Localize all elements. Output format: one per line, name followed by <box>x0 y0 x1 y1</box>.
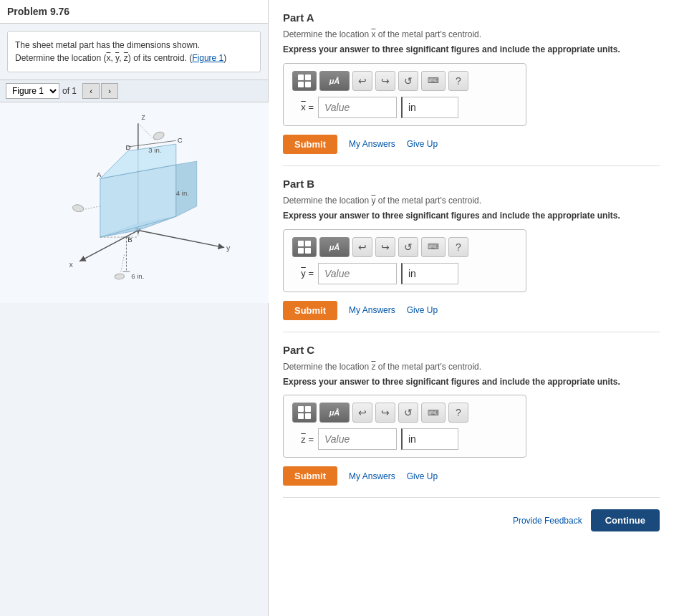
part-a-value-input[interactable] <box>318 97 397 118</box>
part-c-instruction: Express your answer to three significant… <box>283 376 660 388</box>
figure-of-label: of 1 <box>62 86 77 96</box>
part-c-submit-row: Submit My Answers Give Up <box>283 466 660 486</box>
part-c-subtitle: Determine the location z of the metal pa… <box>283 362 660 372</box>
svg-text:x: x <box>69 260 73 269</box>
help-button-b[interactable]: ? <box>448 237 468 257</box>
continue-button[interactable]: Continue <box>591 509 660 531</box>
part-b-my-answers-button[interactable]: My Answers <box>349 305 395 315</box>
part-a-unit-input[interactable] <box>401 97 458 118</box>
svg-text:z: z <box>141 112 145 121</box>
mu-tool-button-b[interactable]: μÅ <box>319 237 350 257</box>
part-b-answer-box: μÅ ↩ ↪ ↺ ⌨ ? y = <box>283 229 526 292</box>
svg-text:3 in.: 3 in. <box>148 146 161 154</box>
figure-dropdown[interactable]: Figure 1 <box>6 83 59 99</box>
prev-figure-button[interactable]: ‹ <box>82 83 100 99</box>
next-figure-button[interactable]: › <box>101 83 118 99</box>
part-a-var-label: x = <box>292 102 314 112</box>
part-c-section: Part C Determine the location z of the m… <box>283 332 660 499</box>
part-b-title: Part B <box>283 178 660 190</box>
grid-tool-button-b[interactable] <box>292 237 317 257</box>
part-c-answer-box: μÅ ↩ ↪ ↺ ⌨ ? z = <box>283 395 526 458</box>
redo-button-b[interactable]: ↪ <box>375 237 395 257</box>
part-a-toolbar: μÅ ↩ ↪ ↺ ⌨ ? <box>292 71 517 91</box>
part-c-my-answers-button[interactable]: My Answers <box>349 471 395 481</box>
svg-text:y: y <box>226 244 231 252</box>
part-a-answer-box: μÅ ↩ ↪ ↺ ⌨ ? x = <box>283 63 526 126</box>
part-c-var-label: z = <box>292 434 314 445</box>
part-b-subtitle: Determine the location y of the metal pa… <box>283 196 660 206</box>
mu-tool-button-a[interactable]: μÅ <box>319 71 350 91</box>
part-a-input-row: x = <box>292 97 517 118</box>
undo-button-c[interactable]: ↩ <box>352 403 372 423</box>
refresh-button-b[interactable]: ↺ <box>398 237 418 257</box>
undo-button-a[interactable]: ↩ <box>352 71 372 91</box>
part-c-toolbar: μÅ ↩ ↪ ↺ ⌨ ? <box>292 403 517 423</box>
part-a-title: Part A <box>283 11 660 24</box>
part-a-submit-button[interactable]: Submit <box>283 135 337 154</box>
part-c-unit-input[interactable] <box>401 428 458 450</box>
part-b-var-label: y = <box>292 268 314 279</box>
keyboard-button-a[interactable]: ⌨ <box>421 71 446 91</box>
refresh-button-c[interactable]: ↺ <box>398 403 418 423</box>
part-b-unit-input[interactable] <box>401 263 458 284</box>
help-button-c[interactable]: ? <box>448 403 468 423</box>
figure-selector: Figure 1 of 1 ‹ › <box>0 80 268 102</box>
svg-text:B: B <box>127 236 132 244</box>
svg-text:D: D <box>125 143 130 151</box>
part-a-my-answers-button[interactable]: My Answers <box>349 139 395 149</box>
figure-image: z x y <box>0 102 269 303</box>
desc-line2: Determine the location (x, y, z) of its … <box>15 53 226 63</box>
part-b-submit-button[interactable]: Submit <box>283 301 337 320</box>
part-c-give-up-button[interactable]: Give Up <box>407 471 438 481</box>
footer-row: Provide Feedback Continue <box>283 498 660 531</box>
mu-tool-button-c[interactable]: μÅ <box>319 403 350 423</box>
redo-button-c[interactable]: ↪ <box>375 403 395 423</box>
refresh-button-a[interactable]: ↺ <box>398 71 418 91</box>
undo-button-b[interactable]: ↩ <box>352 237 372 257</box>
figure-link[interactable]: Figure 1 <box>192 53 223 63</box>
part-b-instruction: Express your answer to three significant… <box>283 210 660 222</box>
svg-text:6 in.: 6 in. <box>131 272 144 280</box>
part-a-section: Part A Determine the location x of the m… <box>283 0 660 166</box>
part-b-submit-row: Submit My Answers Give Up <box>283 301 660 320</box>
help-button-a[interactable]: ? <box>448 71 468 91</box>
part-c-title: Part C <box>283 344 660 356</box>
provide-feedback-button[interactable]: Provide Feedback <box>513 516 582 526</box>
svg-text:C: C <box>177 136 182 144</box>
part-a-subtitle: Determine the location x of the metal pa… <box>283 29 660 39</box>
grid-tool-button-c[interactable] <box>292 403 317 423</box>
part-c-value-input[interactable] <box>318 428 397 450</box>
grid-tool-button-a[interactable] <box>292 71 317 91</box>
keyboard-button-b[interactable]: ⌨ <box>421 237 446 257</box>
keyboard-button-c[interactable]: ⌨ <box>421 403 446 423</box>
right-panel: Part A Determine the location x of the m… <box>269 0 674 616</box>
part-a-submit-row: Submit My Answers Give Up <box>283 135 660 154</box>
part-b-section: Part B Determine the location y of the m… <box>283 166 660 332</box>
part-a-give-up-button[interactable]: Give Up <box>407 139 438 149</box>
part-c-input-row: z = <box>292 428 517 450</box>
part-b-value-input[interactable] <box>318 263 397 284</box>
part-b-give-up-button[interactable]: Give Up <box>407 305 438 315</box>
part-b-toolbar: μÅ ↩ ↪ ↺ ⌨ ? <box>292 237 517 257</box>
part-c-submit-button[interactable]: Submit <box>283 466 337 486</box>
svg-text:A: A <box>97 170 102 178</box>
problem-title: Problem 9.76 <box>0 0 268 24</box>
desc-line1: The sheet metal part has the dimensions … <box>15 40 200 50</box>
redo-button-a[interactable]: ↪ <box>375 71 395 91</box>
part-a-instruction: Express your answer to three significant… <box>283 44 660 56</box>
svg-text:4 in.: 4 in. <box>175 189 188 197</box>
problem-description: The sheet metal part has the dimensions … <box>7 31 261 72</box>
part-b-input-row: y = <box>292 263 517 284</box>
